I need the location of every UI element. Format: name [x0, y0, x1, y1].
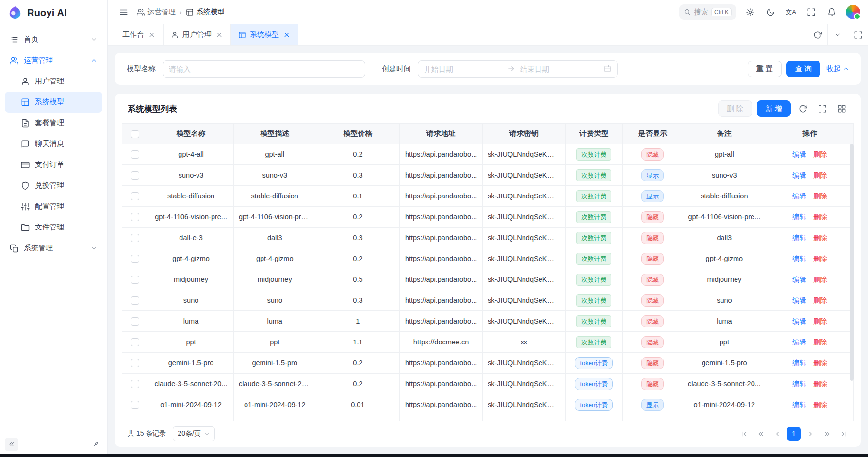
row-checkbox[interactable] [131, 401, 139, 409]
table-row[interactable]: gemini-1.5-pro gemini-1.5-pro 0.2 https:… [122, 353, 854, 374]
sidebar-item-system-management[interactable]: 系统管理 [5, 238, 102, 259]
refresh-page-button[interactable] [807, 24, 827, 45]
sidebar-item-file-management[interactable]: 文件管理 [5, 217, 102, 238]
table-row[interactable]: gpt-4-1106-vision-pre... gpt-4-1106-visi… [122, 207, 854, 228]
table-row[interactable] [122, 415, 854, 421]
app-logo[interactable]: Ruoyi AI [0, 0, 107, 25]
row-checkbox[interactable] [131, 296, 139, 305]
edit-link[interactable]: 编辑 [792, 359, 806, 367]
tab-system-models[interactable]: 系统模型 [231, 24, 298, 45]
table-row[interactable]: gpt-4-all gpt-all 0.2 https://api.pandar… [122, 144, 854, 165]
row-checkbox[interactable] [131, 234, 139, 242]
close-tab-icon[interactable] [283, 31, 291, 39]
delete-link[interactable]: 删除 [813, 234, 827, 242]
table-row[interactable]: suno-v3 suno-v3 0.3 https://api.pandarob… [122, 165, 854, 186]
select-all-checkbox[interactable] [131, 130, 139, 138]
sidebar-item-system-models[interactable]: 系统模型 [5, 92, 102, 113]
edit-link[interactable]: 编辑 [792, 213, 806, 221]
toggle-sidebar-button[interactable] [115, 4, 132, 20]
row-checkbox[interactable] [131, 150, 139, 159]
notifications-button[interactable] [823, 4, 840, 20]
sidebar-item-home[interactable]: 首页 [5, 29, 102, 50]
delete-link[interactable]: 删除 [813, 338, 827, 346]
table-scrollbar[interactable] [850, 144, 854, 420]
column-settings-button[interactable] [835, 101, 849, 116]
forward-pages-button[interactable] [820, 427, 834, 441]
row-checkbox[interactable] [131, 380, 139, 388]
global-search[interactable]: 搜索 Ctrl K [679, 4, 736, 20]
breadcrumb-item-operations[interactable]: 运营管理 [137, 7, 176, 16]
edit-link[interactable]: 编辑 [792, 150, 806, 158]
row-checkbox[interactable] [131, 338, 139, 346]
row-checkbox[interactable] [131, 192, 139, 200]
collapse-filter-button[interactable]: 收起 [826, 65, 849, 74]
close-tab-icon[interactable] [215, 31, 223, 39]
sidebar-item-operations[interactable]: 运营管理 [5, 50, 102, 71]
query-button[interactable]: 查 询 [786, 61, 820, 77]
edit-link[interactable]: 编辑 [792, 296, 806, 304]
create-time-range-picker[interactable] [418, 60, 618, 78]
table-row[interactable]: claude-3-5-sonnet-20... claude-3-5-sonne… [122, 374, 854, 394]
edit-link[interactable]: 编辑 [792, 276, 806, 283]
delete-link[interactable]: 删除 [813, 171, 827, 179]
first-page-button[interactable] [737, 427, 751, 441]
edit-link[interactable]: 编辑 [792, 338, 806, 346]
edit-link[interactable]: 编辑 [792, 171, 806, 179]
refresh-table-button[interactable] [796, 101, 810, 116]
table-row[interactable]: stable-diffusion stable-diffusion 0.1 ht… [122, 186, 854, 207]
table-fullscreen-button[interactable] [815, 101, 830, 116]
delete-link[interactable]: 删除 [813, 359, 827, 367]
sidebar-item-payment-orders[interactable]: 支付订单 [5, 154, 102, 175]
scrollbar-thumb[interactable] [850, 144, 854, 381]
next-page-button[interactable] [803, 427, 817, 441]
delete-link[interactable]: 删除 [813, 192, 827, 200]
current-page-button[interactable]: 1 [787, 427, 801, 441]
delete-link[interactable]: 删除 [813, 213, 827, 221]
table-row[interactable]: o1-mini-2024-09-12 o1-mini-2024-09-12 0.… [122, 394, 854, 415]
collapse-sidebar-button[interactable] [5, 438, 18, 451]
close-tab-icon[interactable] [148, 31, 156, 39]
delete-link[interactable]: 删除 [813, 380, 827, 388]
edit-link[interactable]: 编辑 [792, 192, 806, 200]
tabs-menu-button[interactable] [827, 24, 848, 45]
user-avatar[interactable] [846, 5, 860, 19]
breadcrumb-item-system-models[interactable]: 系统模型 [186, 7, 225, 16]
sidebar-item-config-management[interactable]: 配置管理 [5, 196, 102, 217]
fullscreen-button[interactable] [803, 4, 819, 20]
last-page-button[interactable] [836, 427, 850, 441]
prev-page-button[interactable] [770, 427, 784, 441]
model-name-input[interactable] [163, 60, 365, 78]
pin-sidebar-button[interactable] [89, 438, 102, 451]
row-checkbox[interactable] [131, 317, 139, 326]
delete-link[interactable]: 删除 [813, 317, 827, 325]
sidebar-item-exchange-management[interactable]: 兑换管理 [5, 175, 102, 196]
delete-link[interactable]: 删除 [813, 255, 827, 262]
edit-link[interactable]: 编辑 [792, 380, 806, 388]
row-checkbox[interactable] [131, 255, 139, 263]
tab-workbench[interactable]: 工作台 [115, 24, 164, 45]
table-row[interactable]: dall-e-3 dall3 0.3 https://api.pandarobo… [122, 228, 854, 248]
page-size-select[interactable]: 20条/页 [173, 426, 214, 441]
row-checkbox[interactable] [131, 359, 139, 367]
back-pages-button[interactable] [754, 427, 768, 441]
settings-button[interactable] [742, 4, 758, 20]
start-date-input[interactable] [424, 65, 503, 73]
content-maximize-button[interactable] [848, 24, 868, 45]
add-button[interactable]: 新 增 [757, 100, 791, 117]
edit-link[interactable]: 编辑 [792, 255, 806, 262]
reset-button[interactable]: 重 置 [748, 61, 782, 77]
edit-link[interactable]: 编辑 [792, 401, 806, 408]
row-checkbox[interactable] [131, 276, 139, 284]
row-checkbox[interactable] [131, 171, 139, 180]
language-button[interactable]: 文A [783, 4, 799, 20]
edit-link[interactable]: 编辑 [792, 234, 806, 242]
table-row[interactable]: luma luma 1 https://api.pandarobo... sk-… [122, 311, 854, 332]
delete-link[interactable]: 删除 [813, 276, 827, 283]
table-row[interactable]: ppt ppt 1.1 https://docmee.cn xx 次数计费 隐藏… [122, 332, 854, 353]
tab-user-management[interactable]: 用户管理 [164, 24, 231, 45]
sidebar-item-chat-messages[interactable]: 聊天消息 [5, 133, 102, 154]
sidebar-item-user-management[interactable]: 用户管理 [5, 71, 102, 92]
table-row[interactable]: midjourney midjourney 0.5 https://api.pa… [122, 269, 854, 290]
sidebar-item-package-management[interactable]: 套餐管理 [5, 113, 102, 133]
delete-link[interactable]: 删除 [813, 401, 827, 408]
